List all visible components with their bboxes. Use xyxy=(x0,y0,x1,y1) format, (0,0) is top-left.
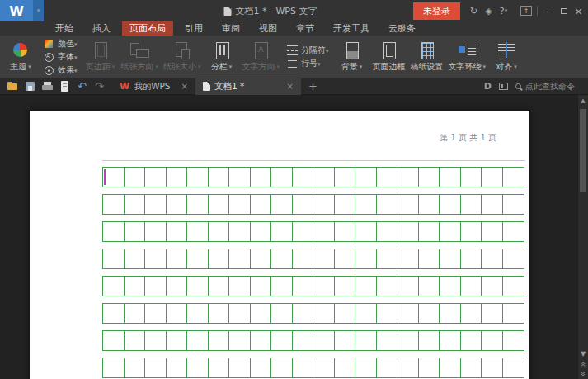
ribbon-button-effects[interactable]: 效果▾ xyxy=(44,64,78,76)
ribbon-button-text-wrap[interactable]: 文字环绕▾ xyxy=(446,36,489,78)
menu-tab-dev-tools[interactable]: 开发工具 xyxy=(326,21,377,36)
genko-cell xyxy=(503,277,524,296)
next-page-icon[interactable]: « xyxy=(580,372,586,377)
close-tab-icon[interactable]: × xyxy=(181,82,188,91)
wps-menu-button[interactable]: ▾ xyxy=(33,0,44,21)
menu-tab-home[interactable]: 开始 xyxy=(48,21,81,36)
genko-cell xyxy=(209,277,230,296)
sync-icon[interactable]: ↻ xyxy=(468,3,480,18)
ribbon-button-text-direction[interactable]: 文字方向▾ xyxy=(240,36,283,78)
login-button[interactable]: 未登录 xyxy=(413,2,460,20)
menu-tab-section[interactable]: 章节 xyxy=(289,21,322,36)
open-folder-icon[interactable] xyxy=(7,80,19,92)
quick-access-toolbar: ↶↷ xyxy=(0,80,112,92)
genko-cell xyxy=(419,304,440,323)
ribbon-button-label: 效果▾ xyxy=(58,64,78,76)
genko-cell xyxy=(355,358,377,377)
vertical-scrollbar[interactable]: ▲ ▼ « « xyxy=(577,95,588,379)
ribbon-button-grid-paper[interactable]: 稿纸设置 xyxy=(408,36,446,78)
genko-cell xyxy=(187,168,209,187)
wps-tab-icon: W xyxy=(120,81,129,92)
menu-tab-page-layout[interactable]: 页面布局 xyxy=(122,21,173,36)
genko-cell xyxy=(103,331,125,350)
text-direction-icon xyxy=(251,41,270,59)
doc-tab-document1[interactable]: 文档1 *× xyxy=(195,78,301,95)
ribbon-stack: 分隔符▾行号▾ xyxy=(282,36,334,78)
close-tab-icon[interactable]: × xyxy=(287,82,294,91)
colors-icon xyxy=(44,39,54,49)
menu-tab-view[interactable]: 视图 xyxy=(252,21,285,36)
genko-cell xyxy=(103,304,125,323)
scrollbar-thumb[interactable] xyxy=(580,109,586,192)
ribbon-button-orientation[interactable]: 纸张方向▾ xyxy=(119,36,162,78)
genko-cell xyxy=(229,195,251,214)
scroll-down-icon[interactable]: ▼ xyxy=(581,351,586,358)
ribbon-button-line-numbers[interactable]: 行号▾ xyxy=(287,58,329,69)
minimize-icon[interactable]: – xyxy=(543,3,555,18)
task-pane-icon[interactable] xyxy=(499,83,508,90)
ribbon-button-margins[interactable]: 页边距▾ xyxy=(82,36,119,78)
ribbon-button-paper-size[interactable]: 纸张大小▾ xyxy=(161,36,204,78)
genko-cell xyxy=(167,277,188,296)
scrollbar-bottom-controls: ▼ « « xyxy=(578,351,588,377)
menu-tab-references[interactable]: 引用 xyxy=(177,21,210,36)
ribbon-button-align[interactable]: 对齐▾ xyxy=(488,36,524,78)
undo-icon[interactable]: ↶ xyxy=(76,80,88,92)
collapse-ribbon-icon[interactable]: ↑ xyxy=(520,6,532,16)
doc-tab-my-wps[interactable]: W我的WPS× xyxy=(112,78,195,95)
previous-page-icon[interactable]: « xyxy=(580,362,586,367)
ribbon-button-colors[interactable]: 颜色▾ xyxy=(44,38,78,50)
export-icon[interactable] xyxy=(59,80,71,92)
genko-cell xyxy=(293,277,314,296)
new-tab-button[interactable]: + xyxy=(301,80,325,92)
genko-cell xyxy=(313,304,335,323)
genko-cell xyxy=(293,304,314,323)
document-area: 第 1 页 共 1 页 ▲ ▼ « « xyxy=(0,95,588,379)
ribbon-button-page-border[interactable]: 页面边框 xyxy=(370,36,408,78)
genko-cell xyxy=(461,277,482,296)
save-icon[interactable] xyxy=(24,80,36,92)
genko-cell xyxy=(187,277,209,296)
dropdown-caret-icon: ▾ xyxy=(156,64,159,70)
print-icon[interactable] xyxy=(41,80,54,92)
genko-cell xyxy=(397,222,419,241)
ribbon-button-label: 页面边框 xyxy=(373,61,406,73)
genko-cell xyxy=(397,277,419,296)
maximize-icon[interactable] xyxy=(557,3,570,18)
dropdown-caret-icon: ▾ xyxy=(28,64,31,70)
genko-cell xyxy=(482,168,503,187)
menu-tab-cloud[interactable]: 云服务 xyxy=(381,21,423,36)
ribbon-button-background[interactable]: 背景▾ xyxy=(334,36,370,78)
close-icon[interactable]: × xyxy=(572,3,585,18)
genko-cell xyxy=(125,304,146,323)
ribbon-button-fonts[interactable]: 字体▾ xyxy=(44,51,78,63)
genko-cell xyxy=(503,195,524,214)
doc-tab-label: 文档1 * xyxy=(214,81,244,92)
wps-logo[interactable]: W xyxy=(0,0,33,21)
docer-icon[interactable]: D xyxy=(484,81,492,92)
redo-icon[interactable]: ↷ xyxy=(93,80,106,92)
help-button[interactable]: ? ▾ xyxy=(497,3,510,18)
ribbon-button-columns[interactable]: 分栏▾ xyxy=(204,36,240,78)
skin-icon[interactable]: ◈ xyxy=(482,3,495,18)
menu-tab-insert[interactable]: 插入 xyxy=(85,21,118,36)
document-page[interactable]: 第 1 页 共 1 页 xyxy=(30,111,529,379)
dropdown-caret-icon: ▾ xyxy=(74,54,78,61)
ribbon-button-label: 文字方向▾ xyxy=(242,61,280,73)
scroll-up-icon[interactable]: ▲ xyxy=(578,95,588,107)
genko-cell xyxy=(313,168,335,187)
grid-paper-icon xyxy=(417,41,437,59)
titlebar-controls: 未登录 ↻ ◈ ? ▾ ↑ – × xyxy=(413,0,585,21)
ribbon-button-theme[interactable]: 主题▾ xyxy=(2,36,39,78)
genko-cell xyxy=(187,249,209,268)
genko-cell xyxy=(440,358,461,377)
find-command-button[interactable]: 点此查找命令 xyxy=(515,81,575,92)
label-text: 对齐 xyxy=(496,61,512,73)
document-icon xyxy=(223,7,231,16)
genko-cell xyxy=(482,331,503,350)
genko-cell xyxy=(377,358,398,377)
ribbon-button-breaks[interactable]: 分隔符▾ xyxy=(287,45,329,56)
menu-tab-review[interactable]: 审阅 xyxy=(214,21,247,36)
genko-cell xyxy=(440,277,461,296)
divider xyxy=(515,6,515,16)
